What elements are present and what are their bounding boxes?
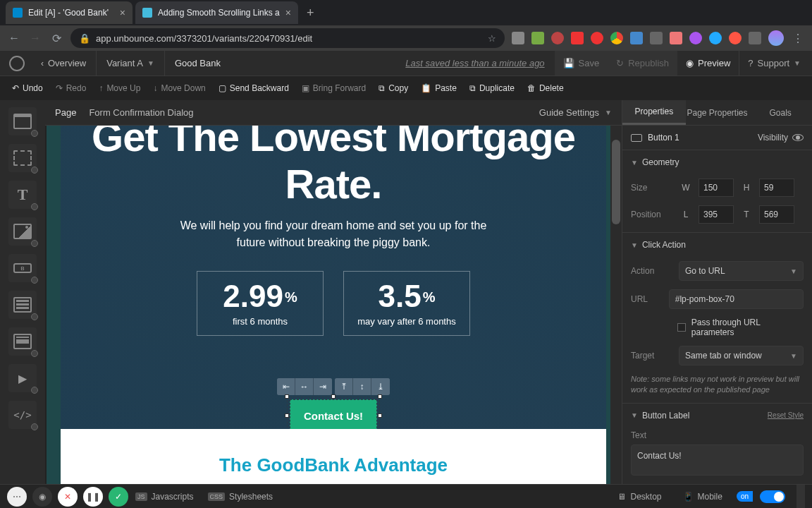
desktop-view-button[interactable]: 🖥Desktop — [610, 492, 668, 502]
back-button[interactable]: ← — [7, 32, 21, 44]
advantage-section[interactable]: The GoodBank Advantage — [61, 429, 606, 484]
left-input[interactable] — [699, 205, 734, 224]
align-bottom-button[interactable]: ⤓ — [371, 378, 390, 395]
record-button[interactable]: ◉ — [32, 487, 52, 507]
resize-handle[interactable] — [796, 485, 805, 509]
resize-handle[interactable] — [285, 394, 289, 399]
button-label-section-toggle[interactable]: ▼Button LabelReset Style — [622, 404, 812, 428]
align-middle-button[interactable]: ↕ — [353, 378, 371, 395]
stop-button[interactable]: ✕ — [58, 487, 78, 507]
box-tool[interactable] — [8, 144, 37, 172]
reset-style-link[interactable]: Reset Style — [768, 411, 804, 419]
resize-handle[interactable] — [285, 413, 289, 418]
close-icon[interactable]: × — [285, 7, 291, 18]
video-tool[interactable]: ▶ — [8, 364, 37, 392]
reload-button[interactable]: ⟳ — [49, 32, 63, 45]
vertical-scrollbar[interactable] — [610, 126, 622, 484]
extension-icon[interactable] — [630, 32, 643, 44]
embed-tool[interactable] — [8, 327, 37, 356]
eye-icon[interactable] — [792, 134, 804, 141]
button-tool[interactable]: B — [8, 254, 37, 282]
more-button[interactable]: ⋯ — [7, 487, 27, 507]
url-input[interactable] — [669, 289, 804, 309]
width-input[interactable] — [699, 179, 734, 197]
rate-box-2[interactable]: 3.5% may vary after 6 months — [343, 271, 470, 336]
delete-button[interactable]: 🗑Delete — [521, 76, 570, 100]
move-up-button[interactable]: ↑Move Up — [92, 76, 147, 100]
page-tab[interactable]: Page — [55, 107, 76, 118]
extension-icon[interactable] — [591, 32, 603, 44]
profile-avatar-icon[interactable] — [768, 30, 784, 46]
extension-icon[interactable] — [670, 32, 682, 44]
align-top-button[interactable]: ⤒ — [335, 378, 353, 395]
support-dropdown[interactable]: ?Support▼ — [739, 51, 809, 75]
forward-button[interactable]: → — [28, 32, 42, 44]
redo-button[interactable]: ↷Redo — [49, 76, 93, 100]
scrollbar-thumb[interactable] — [612, 140, 620, 224]
extension-icon[interactable] — [709, 32, 722, 44]
extension-icon[interactable] — [571, 32, 584, 44]
overview-link[interactable]: ‹Overview — [31, 51, 97, 75]
extension-icon[interactable] — [512, 32, 524, 44]
resize-handle[interactable] — [378, 394, 382, 399]
extension-icon[interactable] — [551, 32, 564, 44]
button-text-textarea[interactable]: Contact Us! — [631, 445, 804, 476]
align-right-button[interactable]: ⇥ — [314, 378, 332, 395]
close-icon[interactable]: × — [120, 7, 125, 18]
top-input[interactable] — [759, 205, 794, 224]
javascripts-button[interactable]: JSJavascripts — [128, 492, 201, 502]
resize-handle[interactable] — [378, 413, 382, 418]
preview-button[interactable]: ◉Preview — [677, 51, 739, 75]
extension-icon[interactable] — [650, 32, 663, 44]
page-properties-tab[interactable]: Page Properties — [686, 100, 749, 125]
hero-subhead[interactable]: We will help you find your dream home an… — [171, 217, 496, 251]
height-input[interactable] — [759, 179, 794, 197]
browser-tab-2[interactable]: Adding Smooth Scrolling Links a × — [135, 1, 298, 24]
align-center-button[interactable]: ↔ — [295, 378, 314, 395]
copy-button[interactable]: ⧉Copy — [372, 76, 414, 100]
undo-button[interactable]: ↶Undo — [6, 76, 49, 100]
app-logo[interactable] — [3, 56, 31, 71]
pause-button[interactable]: ❚❚ — [83, 487, 103, 507]
text-tool[interactable]: T — [8, 181, 37, 209]
menu-icon[interactable]: ⋮ — [791, 32, 805, 45]
resize-handle[interactable] — [331, 394, 336, 399]
align-left-button[interactable]: ⇤ — [277, 378, 295, 395]
paste-button[interactable]: 📋Paste — [414, 76, 463, 100]
form-confirmation-tab[interactable]: Form Confirmation Dialog — [89, 107, 193, 118]
republish-button[interactable]: ↻Republish — [608, 51, 677, 75]
extension-icon[interactable] — [689, 32, 702, 44]
html-tool[interactable]: </> — [8, 401, 37, 429]
canvas-viewport[interactable]: Get The Lowest Mortgage Rate. We will he… — [45, 126, 622, 484]
mobile-toggle[interactable] — [760, 490, 785, 503]
ruler-guide[interactable] — [47, 126, 61, 484]
move-down-button[interactable]: ↓Move Down — [147, 76, 211, 100]
hero-section[interactable]: Get The Lowest Mortgage Rate. We will he… — [61, 126, 606, 429]
extension-icon[interactable] — [531, 32, 544, 44]
image-tool[interactable] — [8, 217, 37, 246]
mobile-view-button[interactable]: 📱Mobile — [676, 492, 730, 502]
target-dropdown[interactable]: Same tab or window▼ — [679, 346, 804, 365]
hero-headline[interactable]: Get The Lowest Mortgage Rate. — [61, 126, 606, 207]
stylesheets-button[interactable]: CSSStylesheets — [201, 492, 281, 502]
properties-tab[interactable]: Properties — [622, 100, 686, 125]
geometry-section-toggle[interactable]: ▼Geometry — [622, 150, 812, 174]
address-bar[interactable]: 🔒 app.unbounce.com/3373201/variants/2204… — [70, 28, 505, 48]
click-action-section-toggle[interactable]: ▼Click Action — [622, 233, 812, 257]
action-dropdown[interactable]: Go to URL▼ — [679, 261, 804, 281]
star-icon[interactable]: ☆ — [488, 33, 496, 44]
section-tool[interactable] — [8, 107, 37, 135]
duplicate-button[interactable]: ⧉Duplicate — [463, 76, 521, 100]
new-tab-button[interactable]: + — [301, 6, 320, 20]
goals-tab[interactable]: Goals — [749, 100, 812, 125]
passthrough-checkbox[interactable] — [677, 323, 686, 332]
advantage-title[interactable]: The GoodBank Advantage — [61, 454, 606, 476]
send-backward-button[interactable]: ▢Send Backward — [212, 76, 295, 100]
guide-settings-dropdown[interactable]: Guide Settings — [539, 107, 599, 118]
form-tool[interactable] — [8, 291, 37, 319]
browser-tab-1[interactable]: Edit [A] - 'Good Bank' × — [6, 1, 133, 24]
variant-dropdown[interactable]: Variant A▼ — [97, 51, 165, 75]
extension-icon[interactable] — [729, 32, 742, 44]
confirm-button[interactable]: ✓ — [109, 487, 128, 507]
save-button[interactable]: 💾Save — [555, 51, 608, 75]
